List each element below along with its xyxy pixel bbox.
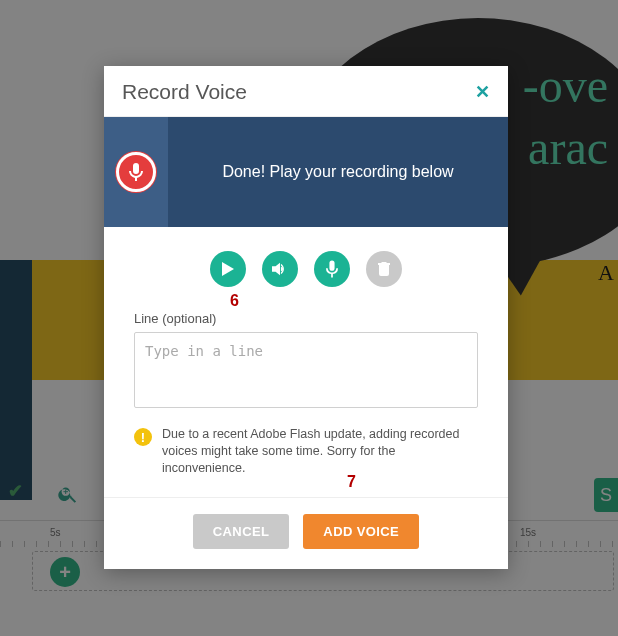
cancel-button[interactable]: CANCEL bbox=[193, 514, 290, 549]
play-button[interactable] bbox=[210, 251, 246, 287]
play-icon bbox=[221, 262, 235, 276]
record-button[interactable] bbox=[116, 152, 156, 192]
modal-header: Record Voice ✕ bbox=[104, 66, 508, 117]
status-text: Done! Play your recording below bbox=[168, 163, 508, 181]
trash-icon bbox=[378, 262, 390, 276]
modal-close-button[interactable]: ✕ bbox=[475, 81, 490, 103]
line-form: Line (optional) ! Due to a recent Adobe … bbox=[104, 291, 508, 497]
warning-icon: ! bbox=[134, 428, 152, 446]
record-chip bbox=[104, 117, 168, 227]
flash-warning: ! Due to a recent Adobe Flash update, ad… bbox=[134, 426, 478, 477]
close-icon: ✕ bbox=[475, 82, 490, 102]
warning-text: Due to a recent Adobe Flash update, addi… bbox=[162, 426, 478, 477]
microphone-outline-icon bbox=[326, 260, 338, 278]
delete-button[interactable] bbox=[366, 251, 402, 287]
modal-footer: CANCEL ADD VOICE bbox=[104, 497, 508, 569]
volume-button[interactable] bbox=[262, 251, 298, 287]
speaker-icon bbox=[272, 262, 288, 276]
microphone-icon bbox=[129, 163, 143, 181]
record-voice-modal: Record Voice ✕ Done! Play your recording… bbox=[104, 66, 508, 569]
recording-status-bar: Done! Play your recording below bbox=[104, 117, 508, 227]
line-label: Line (optional) bbox=[134, 311, 478, 326]
line-input[interactable] bbox=[134, 332, 478, 408]
modal-title: Record Voice bbox=[122, 80, 247, 104]
playback-controls bbox=[104, 227, 508, 291]
add-voice-button[interactable]: ADD VOICE bbox=[303, 514, 419, 549]
rerecord-button[interactable] bbox=[314, 251, 350, 287]
